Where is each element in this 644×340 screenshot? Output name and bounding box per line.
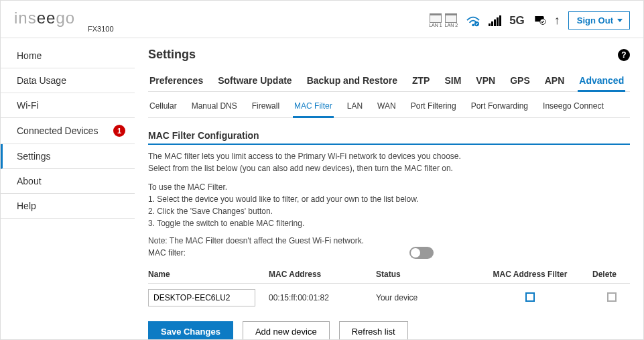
table-header: Name MAC Address Status MAC Address Filt… bbox=[148, 263, 630, 284]
save-changes-button[interactable]: Save Changes bbox=[148, 321, 233, 340]
subtab-manual-dns[interactable]: Manual DNS bbox=[190, 99, 239, 117]
sidebar: Home Data Usage Wi-Fi Connected Devices … bbox=[1, 38, 135, 339]
tab-backup-restore[interactable]: Backup and Restore bbox=[306, 71, 399, 91]
tab-software-update[interactable]: Software Update bbox=[216, 71, 293, 91]
page-title: Settings bbox=[148, 48, 196, 62]
connected-devices-badge: 1 bbox=[113, 125, 125, 137]
sidebar-item-data-usage[interactable]: Data Usage bbox=[1, 68, 135, 93]
subtab-lan[interactable]: LAN bbox=[346, 99, 364, 117]
th-delete: Delete bbox=[577, 270, 630, 279]
device-name-input[interactable] bbox=[148, 289, 255, 306]
wifi-icon bbox=[466, 15, 480, 26]
tab-ztp[interactable]: ZTP bbox=[411, 71, 431, 91]
th-filter: MAC Address Filter bbox=[483, 270, 577, 279]
tab-apn[interactable]: APN bbox=[543, 71, 566, 91]
svg-point-0 bbox=[472, 23, 474, 26]
subtab-port-filtering[interactable]: Port Filtering bbox=[409, 99, 458, 117]
tab-sim[interactable]: SIM bbox=[443, 71, 462, 91]
tab-preferences[interactable]: Preferences bbox=[148, 71, 204, 91]
cell-status: Your device bbox=[376, 293, 483, 302]
subtab-cellular[interactable]: Cellular bbox=[148, 99, 178, 117]
add-new-device-button[interactable]: Add new device bbox=[243, 321, 330, 340]
subtab-wan[interactable]: WAN bbox=[376, 99, 397, 117]
subtab-mac-filter[interactable]: MAC Filter bbox=[293, 99, 334, 118]
sidebar-item-settings[interactable]: Settings bbox=[1, 144, 135, 169]
signal-bars-icon bbox=[489, 15, 501, 26]
sidebar-item-help[interactable]: Help bbox=[1, 194, 135, 219]
instructions: To use the MAC Filter. 1. Select the dev… bbox=[148, 181, 630, 229]
network-type: 5G bbox=[509, 14, 525, 27]
subtab-port-forwarding[interactable]: Port Forwarding bbox=[470, 99, 529, 117]
refresh-list-button[interactable]: Refresh list bbox=[339, 321, 408, 340]
status-check-icon bbox=[533, 13, 546, 28]
subtab-firewall[interactable]: Firewall bbox=[251, 99, 281, 117]
description: The MAC filter lets you limit access to … bbox=[148, 150, 630, 174]
th-name: Name bbox=[148, 270, 269, 279]
sidebar-item-connected-devices[interactable]: Connected Devices 1 bbox=[1, 118, 135, 144]
tabs-secondary: Cellular Manual DNS Firewall MAC Filter … bbox=[148, 99, 630, 118]
chevron-down-icon bbox=[617, 19, 623, 22]
upload-arrow-icon: ↑ bbox=[554, 13, 560, 27]
note-text: Note: The MAC Filter doesn't affect the … bbox=[148, 236, 630, 245]
status-bar: LAN 1 LAN 2 5G ↑ Sign Out bbox=[429, 11, 630, 30]
main-content: Settings ? Preferences Software Update B… bbox=[135, 38, 643, 339]
tab-gps[interactable]: GPS bbox=[509, 71, 531, 91]
sidebar-item-about[interactable]: About bbox=[1, 169, 135, 194]
mac-filter-toggle[interactable] bbox=[409, 247, 434, 259]
tab-advanced[interactable]: Advanced bbox=[578, 71, 625, 92]
lan2-icon: LAN 2 bbox=[445, 13, 458, 27]
help-icon[interactable]: ? bbox=[618, 49, 630, 61]
section-title: MAC Filter Configuration bbox=[148, 130, 630, 145]
table-row: 00:15:ff:00:01:82 Your device bbox=[148, 284, 630, 312]
header: inseego FX3100 LAN 1 LAN 2 5G ↑ Sign Out bbox=[1, 1, 643, 38]
sidebar-item-wifi[interactable]: Wi-Fi bbox=[1, 93, 135, 118]
cell-mac: 00:15:ff:00:01:82 bbox=[269, 293, 376, 302]
lan1-icon: LAN 1 bbox=[429, 13, 442, 27]
brand-model: FX3100 bbox=[88, 25, 114, 33]
mac-filter-label: MAC filter: bbox=[148, 248, 186, 258]
sidebar-item-home[interactable]: Home bbox=[1, 44, 135, 68]
sign-out-label: Sign Out bbox=[577, 15, 613, 25]
th-status: Status bbox=[376, 270, 483, 279]
tabs-primary: Preferences Software Update Backup and R… bbox=[148, 71, 630, 92]
subtab-inseego-connect[interactable]: Inseego Connect bbox=[541, 99, 605, 117]
tab-vpn[interactable]: VPN bbox=[474, 71, 497, 91]
sign-out-button[interactable]: Sign Out bbox=[568, 11, 630, 30]
mac-address-filter-checkbox[interactable] bbox=[525, 292, 535, 302]
brand: inseego FX3100 bbox=[14, 9, 114, 33]
th-mac: MAC Address bbox=[269, 270, 376, 279]
delete-checkbox[interactable] bbox=[607, 292, 617, 302]
